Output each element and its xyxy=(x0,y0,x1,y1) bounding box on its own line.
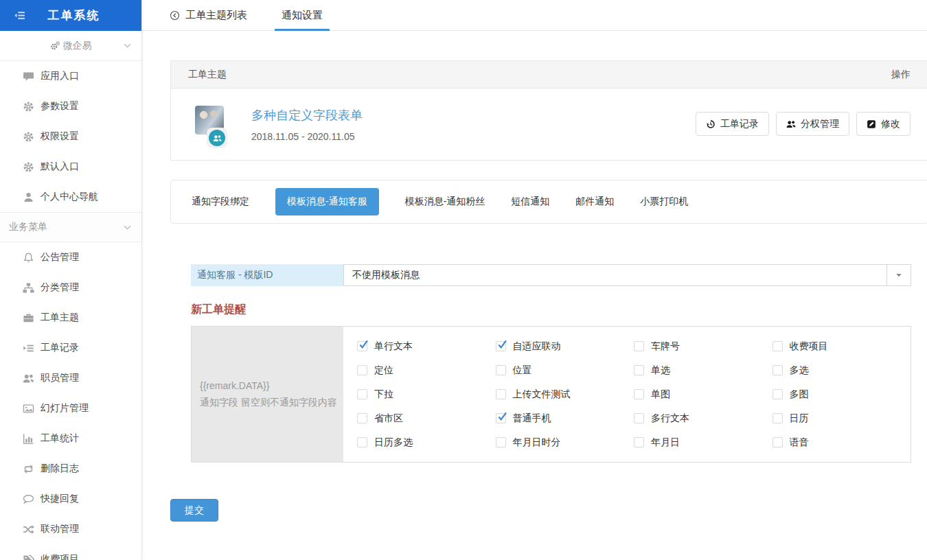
sidebar-section-business[interactable]: 业务菜单 xyxy=(0,212,141,242)
sidebar-item[interactable]: 工单记录 xyxy=(0,333,141,363)
checkbox[interactable] xyxy=(357,365,367,375)
checkbox[interactable] xyxy=(357,389,367,399)
sidebar-item[interactable]: 权限设置 xyxy=(0,121,141,152)
notify-tab[interactable]: 通知字段绑定 xyxy=(192,196,249,208)
back-circle-icon xyxy=(170,10,180,21)
checkbox[interactable] xyxy=(634,437,644,447)
field-checkbox-item[interactable]: 年月日时分 xyxy=(496,430,634,454)
field-checkbox-label: 单选 xyxy=(651,364,670,377)
checkbox[interactable] xyxy=(772,413,783,423)
field-checkbox-item[interactable]: 定位 xyxy=(357,358,496,382)
field-checkbox-item[interactable]: 普通手机 xyxy=(496,406,634,430)
notify-tab[interactable]: 模板消息-通知粉丝 xyxy=(405,196,485,208)
checkbox[interactable] xyxy=(496,341,506,351)
checkbox[interactable] xyxy=(772,341,783,351)
checkbox[interactable] xyxy=(634,413,644,423)
brand-icon xyxy=(50,40,60,51)
checkbox[interactable] xyxy=(496,389,506,399)
checkbox[interactable] xyxy=(496,365,506,375)
template-id-select[interactable]: 不使用模板消息 xyxy=(343,264,911,286)
tab-topic-list[interactable]: 工单主题列表 xyxy=(170,0,247,30)
topic-title-link[interactable]: 多种自定义字段表单 xyxy=(251,107,363,124)
sidebar-item[interactable]: 应用入口 xyxy=(0,61,141,91)
sidebar-item-icon xyxy=(23,463,34,475)
field-checkbox-label: 单行文本 xyxy=(374,340,413,353)
field-checkbox-item[interactable]: 多图 xyxy=(772,382,911,406)
checkbox[interactable] xyxy=(496,413,506,423)
submit-button[interactable]: 提交 xyxy=(170,499,218,522)
field-checkbox-item[interactable]: 上传文件测试 xyxy=(496,382,634,406)
brand-selector[interactable]: 微企易 xyxy=(0,31,141,61)
sidebar: 工单系统 微企易 应用入口 参数设置 权限设置 默认入口 xyxy=(0,0,142,560)
sidebar-item-label: 联动管理 xyxy=(41,523,79,535)
checkbox[interactable] xyxy=(634,389,644,399)
checkbox[interactable] xyxy=(357,341,367,351)
notify-tab[interactable]: 模板消息-通知客服 xyxy=(275,188,379,215)
card-action-button[interactable]: 工单记录 xyxy=(696,112,769,136)
field-checkbox-item[interactable]: 收费项目 xyxy=(772,334,911,358)
sidebar-item[interactable]: 工单统计 xyxy=(0,423,141,454)
field-checkbox-item[interactable]: 下拉 xyxy=(357,382,496,406)
users-icon xyxy=(213,134,222,143)
checkbox[interactable] xyxy=(772,437,783,447)
field-checkbox-item[interactable]: 自适应联动 xyxy=(496,334,634,358)
field-checkbox-item[interactable]: 单行文本 xyxy=(357,334,496,358)
section-label: 业务菜单 xyxy=(9,221,47,233)
field-checkbox-item[interactable]: 年月日 xyxy=(634,430,772,454)
chevron-down-icon xyxy=(123,223,132,232)
notify-tab[interactable]: 邮件通知 xyxy=(575,196,614,208)
notify-tab[interactable]: 短信通知 xyxy=(511,196,549,208)
checkbox[interactable] xyxy=(634,341,644,351)
sidebar-item[interactable]: 默认入口 xyxy=(0,152,141,182)
checkbox[interactable] xyxy=(772,389,783,399)
checkbox[interactable] xyxy=(496,437,506,447)
active-tab-underline xyxy=(275,29,330,31)
button-icon xyxy=(706,119,716,129)
button-icon xyxy=(867,119,876,129)
menu-toggle-icon[interactable] xyxy=(14,10,25,21)
sidebar-item-icon xyxy=(23,161,34,173)
new-ticket-reminder-heading: 新工单提醒 xyxy=(191,303,911,317)
check-icon xyxy=(497,339,507,349)
checkbox[interactable] xyxy=(357,413,367,423)
field-checkbox-item[interactable]: 省市区 xyxy=(357,406,496,430)
checkbox[interactable] xyxy=(357,437,367,447)
tab-notification-settings[interactable]: 通知设置 xyxy=(275,0,330,30)
template-id-selected-value: 不使用模板消息 xyxy=(344,265,886,285)
topic-badge-circle xyxy=(209,130,225,146)
sidebar-item[interactable]: 快捷回复 xyxy=(0,484,141,514)
sidebar-item[interactable]: 幻灯片管理 xyxy=(0,393,141,423)
sidebar-item[interactable]: 收费项目 xyxy=(0,544,141,560)
sidebar-item[interactable]: 职员管理 xyxy=(0,363,141,393)
select-caret-button[interactable] xyxy=(886,265,911,285)
field-checkbox-item[interactable]: 多选 xyxy=(772,358,911,382)
sidebar-item[interactable]: 工单主题 xyxy=(0,303,141,333)
field-checkbox-item[interactable]: 日历多选 xyxy=(357,430,496,454)
sidebar-item-icon xyxy=(23,252,34,264)
sidebar-item[interactable]: 个人中心导航 xyxy=(0,182,141,212)
field-checkbox-item[interactable]: 位置 xyxy=(496,358,634,382)
field-checkbox-item[interactable]: 车牌号 xyxy=(634,334,772,358)
field-checkbox-item[interactable]: 日历 xyxy=(772,406,911,430)
sidebar-item[interactable]: 公告管理 xyxy=(0,242,141,272)
sidebar-item-label: 默认入口 xyxy=(41,161,79,173)
sidebar-item[interactable]: 参数设置 xyxy=(0,91,141,121)
notify-tab-label: 模板消息-通知粉丝 xyxy=(405,196,485,207)
check-icon xyxy=(358,339,369,349)
field-checkbox-item[interactable]: 语音 xyxy=(772,430,911,454)
checkbox[interactable] xyxy=(772,365,783,375)
checkbox[interactable] xyxy=(634,365,644,375)
field-checkbox-item[interactable]: 单选 xyxy=(634,358,772,382)
sidebar-item[interactable]: 联动管理 xyxy=(0,514,141,544)
tab-notification-settings-label: 通知设置 xyxy=(282,9,323,22)
card-action-button[interactable]: 修改 xyxy=(856,112,911,136)
field-checkbox-item[interactable]: 多行文本 xyxy=(634,406,772,430)
field-checkbox-label: 多行文本 xyxy=(651,412,689,425)
sidebar-item[interactable]: 删除日志 xyxy=(0,454,141,484)
card-action-button[interactable]: 分权管理 xyxy=(776,112,849,136)
notify-tab[interactable]: 小票打印机 xyxy=(640,196,688,208)
sidebar-item[interactable]: 分类管理 xyxy=(0,272,141,303)
sidebar-item-label: 参数设置 xyxy=(41,100,79,113)
field-checkbox-item[interactable]: 单图 xyxy=(634,382,772,406)
field-checkbox-label: 日历多选 xyxy=(374,436,413,449)
